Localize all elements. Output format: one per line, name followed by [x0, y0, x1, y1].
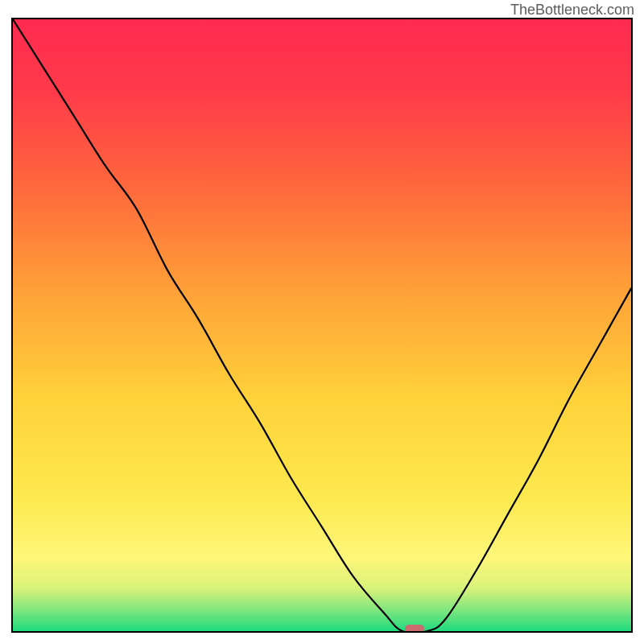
optimal-marker — [405, 625, 424, 633]
chart-container: TheBottleneck.com — [0, 0, 644, 644]
plot-area — [11, 18, 633, 633]
attribution-text: TheBottleneck.com — [510, 2, 634, 19]
bottleneck-curve — [13, 19, 631, 631]
